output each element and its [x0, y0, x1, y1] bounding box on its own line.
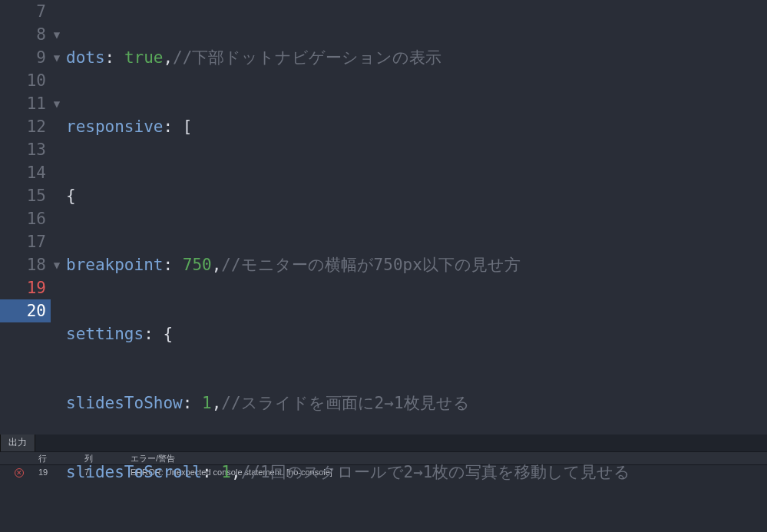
fold-spacer	[51, 299, 63, 322]
punct: :	[105, 48, 124, 67]
comment: //下部ドットナビゲーションの表示	[173, 48, 441, 67]
line-number[interactable]: 8	[0, 23, 51, 46]
brace: {	[66, 187, 76, 205]
fold-spacer	[51, 276, 63, 299]
error-icon: ✕	[0, 468, 38, 477]
punct: :	[202, 463, 221, 481]
code-line[interactable]: slidesToScroll: 1,//1回のスクロールで2→1枚の写真を移動し…	[66, 461, 697, 484]
comment: //1回のスクロールで2→1枚の写真を移動して見せる	[241, 463, 631, 481]
punct: : {	[144, 325, 173, 343]
code-line[interactable]: slidesToShow: 1,//スライドを画面に2→1枚見せる	[66, 392, 697, 415]
code-line[interactable]: dots: true,//下部ドットナビゲーションの表示	[66, 46, 697, 69]
fold-arrow-icon[interactable]: ▼	[51, 92, 63, 115]
punct: ,	[212, 394, 222, 412]
line-number[interactable]: 18	[0, 253, 51, 276]
fold-spacer	[51, 184, 63, 207]
code-editor[interactable]: 7891011121314151617181920 ▼▼▼▼ dots: tru…	[0, 0, 767, 435]
property-key: settings	[66, 325, 144, 343]
fold-spacer	[51, 0, 63, 23]
fold-spacer	[51, 207, 63, 230]
punct: :	[163, 256, 182, 274]
line-number[interactable]: 13	[0, 138, 51, 161]
line-number[interactable]: 17	[0, 230, 51, 253]
property-key: slidesToScroll	[66, 463, 202, 481]
code-line[interactable]: responsive: [	[66, 115, 697, 138]
line-number[interactable]: 12	[0, 115, 51, 138]
line-number[interactable]: 9	[0, 46, 51, 69]
fold-spacer	[51, 69, 63, 92]
punct: ,	[163, 48, 173, 67]
output-tab[interactable]: 出力	[0, 433, 35, 451]
punct: ,	[212, 256, 222, 274]
code-line[interactable]: settings: {	[66, 322, 697, 345]
number: 1	[202, 394, 212, 412]
comment: //モニターの横幅が750px以下の見せ方	[221, 256, 521, 274]
fold-spacer	[51, 161, 63, 184]
code-line[interactable]: {	[66, 184, 697, 207]
fold-arrow-icon[interactable]: ▼	[51, 46, 63, 69]
property-key: responsive	[66, 117, 163, 136]
number: 1	[221, 463, 231, 481]
number: 750	[183, 256, 212, 274]
property-key: breakpoint	[66, 256, 163, 274]
punct: :	[183, 394, 202, 412]
line-number[interactable]: 19	[0, 276, 51, 299]
fold-spacer	[51, 138, 63, 161]
fold-arrow-icon[interactable]: ▼	[51, 253, 63, 276]
fold-spacer	[51, 115, 63, 138]
punct: ,	[231, 463, 241, 481]
line-number[interactable]: 14	[0, 161, 51, 184]
line-number[interactable]: 16	[0, 207, 51, 230]
fold-spacer	[51, 230, 63, 253]
code-line[interactable]: breakpoint: 750,//モニターの横幅が750px以下の見せ方	[66, 253, 697, 276]
code-area[interactable]: dots: true,//下部ドットナビゲーションの表示 responsive:…	[51, 0, 697, 435]
property-key: dots	[66, 48, 105, 67]
line-number[interactable]: 10	[0, 69, 51, 92]
line-number-gutter[interactable]: 7891011121314151617181920	[0, 0, 51, 435]
line-number[interactable]: 20	[0, 299, 51, 322]
punct: : [	[163, 117, 192, 136]
literal-true: true	[124, 48, 164, 67]
line-number[interactable]: 11	[0, 92, 51, 115]
fold-gutter[interactable]: ▼▼▼▼	[51, 0, 63, 322]
fold-arrow-icon[interactable]: ▼	[51, 23, 63, 46]
comment: //スライドを画面に2→1枚見せる	[221, 394, 469, 412]
property-key: slidesToShow	[66, 394, 183, 412]
line-number[interactable]: 7	[0, 0, 51, 23]
line-number[interactable]: 15	[0, 184, 51, 207]
